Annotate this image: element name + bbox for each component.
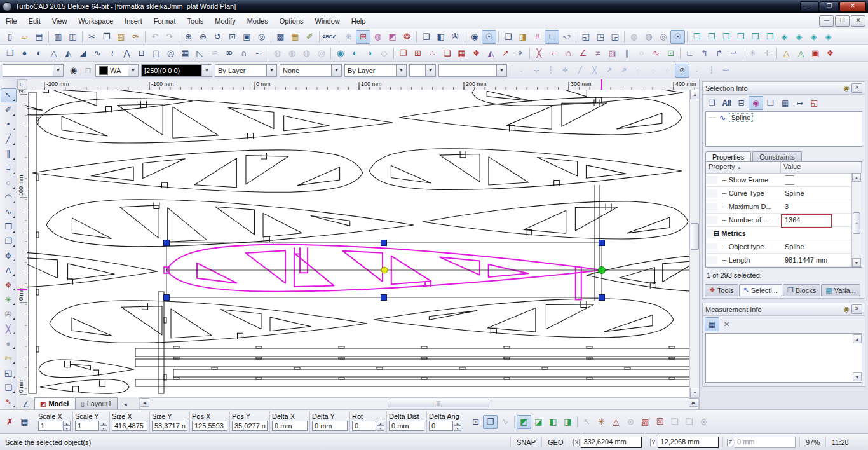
rectangular-array-button[interactable]: ⊞: [410, 46, 425, 60]
horizontal-scrollbar[interactable]: ◀ ||| ▶: [139, 397, 699, 409]
blend-edge-button[interactable]: ◇: [377, 46, 391, 60]
transform-tool-button[interactable]: ◱: [1, 365, 17, 379]
coordinate-value[interactable]: 0 mm: [735, 437, 796, 448]
show-frame-checkbox[interactable]: [785, 175, 794, 185]
scroll-up-icon[interactable]: ▲: [853, 334, 862, 343]
dock-tab-varia[interactable]: ▦Varia...: [821, 284, 860, 296]
cube-iso-4-button[interactable]: ◈: [821, 30, 836, 44]
coil-3d-button[interactable]: ≀: [105, 46, 119, 60]
print-preview-button[interactable]: ◫: [65, 30, 80, 44]
scroll-up-icon[interactable]: ▲: [852, 173, 861, 182]
scroll-down-icon[interactable]: ▼: [852, 258, 861, 267]
scroll-left-icon[interactable]: ◀: [140, 398, 149, 407]
property-row[interactable]: ┈ Show Frame: [706, 174, 852, 187]
grid-scroll-thumb[interactable]: ≡: [853, 212, 860, 234]
field-input[interactable]: 0: [429, 421, 453, 431]
double-line-tool-button[interactable]: ∥: [1, 147, 17, 161]
modify-curve-button[interactable]: ∿: [649, 46, 663, 60]
snap-vertex-button[interactable]: ∙: [514, 64, 529, 78]
copy-stack-tool-button[interactable]: ❏: [1, 380, 17, 394]
named-view-button[interactable]: ◨: [515, 30, 530, 44]
scale-handle[interactable]: [381, 240, 387, 246]
node-edit-button[interactable]: ∴: [425, 46, 440, 60]
field-input[interactable]: 1: [75, 421, 99, 431]
workplane-toggle-button[interactable]: ⊞: [356, 30, 370, 44]
snap-toggle-button[interactable]: ✳: [341, 30, 356, 44]
boolean-intersect-button[interactable]: ◍: [299, 46, 314, 60]
snap-magnetic-button[interactable]: ⊷: [719, 64, 733, 78]
format-painter-button[interactable]: ✑: [128, 30, 143, 44]
reference-point-handle[interactable]: [381, 267, 388, 273]
edit-tool-3-button[interactable]: ⇀: [726, 46, 741, 60]
property-row[interactable]: ┈ Number of ...1364: [706, 214, 852, 227]
coordinate-x[interactable]: X332,6204 mm: [569, 437, 646, 448]
property-row[interactable]: ┈ Curve TypeSpline: [706, 187, 852, 200]
property-column-header[interactable]: Property ▲: [706, 162, 781, 173]
render-scene-button[interactable]: ◍: [370, 30, 385, 44]
cube-render-1-button[interactable]: ❒: [748, 30, 763, 44]
menu-insert[interactable]: Insert: [119, 15, 148, 27]
measurement-list[interactable]: ▲ ▼: [705, 333, 862, 383]
snap-mode-tool-button[interactable]: ✳: [1, 292, 17, 306]
radial-copy-button[interactable]: ❖: [469, 46, 484, 60]
plan-view-button[interactable]: ∟: [545, 30, 559, 44]
layers-button[interactable]: ▩: [273, 30, 288, 44]
redo-button[interactable]: ↷: [162, 30, 177, 44]
cut-button[interactable]: ✂: [85, 30, 99, 44]
parallel-button[interactable]: ∥: [620, 46, 634, 60]
close-icon[interactable]: ✕: [851, 83, 862, 93]
redline-tool-button[interactable]: ➴: [1, 395, 17, 409]
child-close-button[interactable]: ✕: [851, 15, 865, 27]
offset-copy-button[interactable]: ✧: [513, 46, 527, 60]
new-button[interactable]: ▯: [3, 30, 17, 44]
paste-button[interactable]: ▨: [114, 30, 128, 44]
value-column-header[interactable]: Value: [781, 162, 862, 173]
snap-arc-button[interactable]: ↗: [602, 64, 616, 78]
cube-iso-3-button[interactable]: ◈: [806, 30, 821, 44]
mirror-copy-button[interactable]: ◭: [484, 46, 498, 60]
helix-3d-button[interactable]: ∿: [90, 46, 105, 60]
edit-tool-1-button[interactable]: ↰: [697, 46, 712, 60]
tab-constraints[interactable]: Constraints: [752, 151, 802, 162]
zoom-extents-button[interactable]: ◎: [254, 30, 269, 44]
context-help-button[interactable]: ↖?: [559, 30, 574, 44]
boolean-union-button[interactable]: ◍: [270, 46, 285, 60]
group-row-label[interactable]: ⊟ Metrics: [706, 229, 852, 238]
report-table-button[interactable]: ▦: [778, 96, 792, 110]
field-input[interactable]: 1: [38, 421, 62, 431]
degrade-selection-button[interactable]: ✳: [594, 415, 609, 429]
warn-selection-button[interactable]: △: [609, 415, 623, 429]
selection-handles-button[interactable]: ◱: [807, 96, 822, 110]
open-gl-2-button[interactable]: ❏: [682, 415, 696, 429]
meet-two-lines-button[interactable]: ⌐: [546, 46, 561, 60]
spinner[interactable]: ▲▼: [454, 421, 461, 431]
fence-mode-button[interactable]: ▨: [638, 415, 653, 429]
snap-intersection-button[interactable]: ╳: [587, 64, 602, 78]
menu-workspace[interactable]: Workspace: [72, 15, 119, 27]
torus-3d-button[interactable]: ◎: [163, 46, 178, 60]
modify-tool-button[interactable]: ╳: [1, 322, 17, 336]
field-input[interactable]: 0 mm: [312, 421, 348, 431]
menu-edit[interactable]: Edit: [23, 15, 46, 27]
save-button[interactable]: ▤: [32, 30, 46, 44]
render-settings-button[interactable]: ☉: [482, 30, 496, 44]
snap-ruler-button[interactable]: ┆: [704, 64, 719, 78]
render-sphere-tool-button[interactable]: ●: [1, 336, 17, 350]
layer-visible-icon[interactable]: ◉: [66, 64, 81, 78]
scroll-right-icon[interactable]: ▶: [689, 398, 698, 407]
move-tool-button[interactable]: ✥: [1, 249, 17, 262]
pattern-combo[interactable]: None▼: [280, 64, 342, 77]
measure-selection-button[interactable]: ↦: [792, 96, 807, 110]
sphere-3d-button[interactable]: ●: [17, 46, 32, 60]
zoom-page-button[interactable]: ▣: [240, 30, 254, 44]
close-icon[interactable]: ✕: [851, 304, 862, 314]
snap-midpoint-button[interactable]: ⊹: [529, 64, 543, 78]
menu-options[interactable]: Options: [274, 15, 309, 27]
user-profile-button[interactable]: ⊙: [623, 415, 638, 429]
copy-button[interactable]: ❐: [99, 30, 114, 44]
horizontal-scroll-thumb[interactable]: |||: [388, 399, 489, 407]
copy-entities-button[interactable]: ❐: [396, 46, 410, 60]
zoom-previous-button[interactable]: ↺: [210, 30, 225, 44]
render-draft-button[interactable]: ◎: [656, 30, 670, 44]
field-input[interactable]: 35,0277 n: [232, 421, 268, 431]
